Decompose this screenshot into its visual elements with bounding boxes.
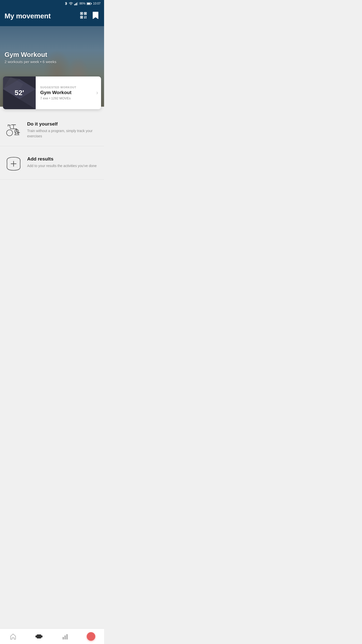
workout-card-meta: 7 exe • 1292 MOVEs [40, 96, 93, 100]
svg-line-25 [10, 125, 11, 129]
suggested-workout-section: 52' SUGGESTED WORKOUT Gym Workout 7 exe … [0, 76, 104, 109]
workout-card[interactable]: 52' SUGGESTED WORKOUT Gym Workout 7 exe … [3, 76, 101, 109]
battery-text: 86% [79, 2, 85, 5]
plus-icon-container [5, 155, 22, 172]
bookmark-icon [93, 12, 99, 19]
hero-program-title: Gym Workout [5, 51, 56, 59]
workout-card-chevron: › [96, 76, 101, 109]
svg-rect-16 [84, 17, 85, 18]
add-results-heading: Add results [27, 156, 99, 162]
do-it-yourself-heading: Do it yourself [27, 121, 99, 127]
wifi-icon [69, 2, 73, 5]
app-header: My movement [0, 7, 104, 26]
suggested-label: SUGGESTED WORKOUT [40, 86, 93, 89]
workout-thumbnail: 52' [3, 76, 36, 109]
time-text: 10:07 [93, 2, 101, 5]
svg-rect-4 [77, 2, 78, 5]
chevron-right-icon: › [96, 90, 98, 96]
qr-icon [80, 12, 87, 19]
svg-rect-15 [85, 16, 86, 17]
battery-icon [87, 2, 92, 5]
hero-text-block: Gym Workout 2 workouts per week • 6 week… [5, 51, 56, 64]
svg-rect-17 [86, 17, 86, 18]
svg-line-26 [8, 125, 11, 125]
page-title: My movement [5, 12, 51, 20]
header-actions [79, 11, 100, 22]
qr-button[interactable] [79, 11, 88, 21]
add-results-item[interactable]: Add results Add to your results the acti… [0, 148, 104, 180]
svg-rect-9 [81, 13, 82, 14]
hero-program-subtitle: 2 workouts per week • 6 weeks [5, 60, 56, 64]
svg-rect-11 [85, 13, 86, 14]
svg-rect-6 [91, 3, 92, 4]
content-sections: Do it yourself Train without a program, … [0, 113, 104, 200]
do-it-yourself-item[interactable]: Do it yourself Train without a program, … [0, 113, 104, 146]
signal-icon [74, 2, 78, 5]
do-it-yourself-text: Do it yourself Train without a program, … [27, 120, 99, 139]
svg-rect-13 [81, 17, 82, 18]
status-bar: 86% 10:07 [0, 0, 104, 7]
add-results-desc: Add to your results the activities you'v… [27, 163, 99, 169]
bookmark-button[interactable] [92, 11, 100, 22]
status-icons: 86% 10:07 [64, 2, 101, 6]
svg-rect-3 [76, 3, 77, 5]
workout-info: SUGGESTED WORKOUT Gym Workout 7 exe • 12… [36, 76, 96, 109]
svg-rect-14 [84, 16, 85, 17]
bluetooth-icon [64, 2, 68, 6]
plus-circle-icon [5, 155, 22, 172]
svg-rect-2 [75, 4, 76, 5]
do-it-yourself-desc: Train without a program, simply track yo… [27, 128, 99, 139]
svg-rect-7 [87, 3, 90, 4]
svg-rect-1 [74, 4, 75, 5]
svg-point-0 [71, 5, 71, 5]
workout-card-name: Gym Workout [40, 90, 93, 95]
bike-icon-container [5, 120, 22, 137]
add-results-text: Add results Add to your results the acti… [27, 155, 99, 169]
bike-icon [5, 120, 22, 137]
svg-point-30 [7, 130, 13, 136]
workout-duration: 52' [15, 89, 24, 97]
